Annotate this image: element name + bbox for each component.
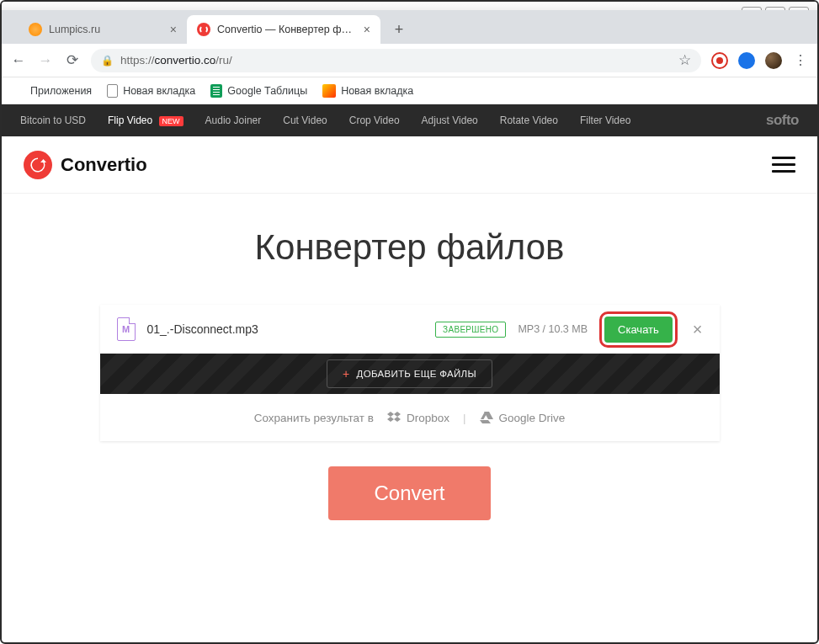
add-more-files-button[interactable]: + ДОБАВИТЬ ЕЩЕ ФАЙЛЫ: [327, 359, 492, 388]
sheets-icon: [210, 84, 222, 98]
nav-forward-icon[interactable]: →: [37, 52, 54, 69]
logo-text: Convertio: [61, 154, 147, 176]
bookmark-apps[interactable]: Приложения: [12, 84, 92, 98]
main-content: Конвертер файлов M 01_.-Disconnect.mp3 З…: [2, 194, 817, 546]
browser-tab-active[interactable]: Convertio — Конвертер файлов ×: [187, 15, 380, 44]
softo-link[interactable]: Filter Video: [580, 114, 630, 126]
browser-toolbar: ← → ⟳ 🔒 https://convertio.co/ru/ ☆ ⋮: [2, 44, 817, 77]
window-titlebar: [2, 2, 817, 10]
bookmark-label: Новая вкладка: [341, 85, 413, 97]
save-gdrive-button[interactable]: Google Drive: [480, 412, 566, 424]
add-more-label: ДОБАВИТЬ ЕЩЕ ФАЙЛЫ: [357, 369, 476, 379]
softo-link[interactable]: Bitcoin to USD: [20, 114, 86, 126]
bookmark-item[interactable]: Новая вкладка: [322, 84, 413, 98]
tab-title: Lumpics.ru: [49, 24, 163, 35]
download-highlight: Скачать: [599, 311, 678, 348]
status-badge: ЗАВЕРШЕНО: [435, 322, 506, 338]
add-more-row: + ДОБАВИТЬ ЕЩЕ ФАЙЛЫ: [100, 354, 720, 394]
browser-menu-icon[interactable]: ⋮: [792, 52, 809, 69]
convertio-logo-icon: [24, 151, 52, 179]
softo-link[interactable]: Audio Joiner: [205, 114, 262, 126]
lock-icon: 🔒: [101, 55, 114, 67]
tab-title: Convertio — Конвертер файлов: [217, 24, 357, 35]
softo-brand[interactable]: softo: [766, 112, 799, 129]
remove-file-icon[interactable]: ×: [693, 320, 703, 339]
page-icon: [107, 84, 118, 98]
extension-icon[interactable]: [711, 52, 728, 69]
profile-avatar[interactable]: [765, 52, 782, 69]
tab-close-icon[interactable]: ×: [364, 23, 370, 36]
softo-link[interactable]: Crop Video: [349, 114, 400, 126]
browser-tab-inactive[interactable]: Lumpics.ru ×: [19, 15, 187, 44]
apps-grid-icon: [12, 84, 25, 98]
new-tab-button[interactable]: +: [387, 18, 411, 41]
plus-icon: +: [343, 367, 349, 381]
softo-linkbar: Bitcoin to USD Flip Video NEW Audio Join…: [2, 104, 817, 136]
file-card: M 01_.-Disconnect.mp3 ЗАВЕРШЕНО MP3 / 10…: [100, 305, 720, 441]
google-drive-icon: [480, 412, 493, 423]
favicon-convertio-icon: [197, 23, 210, 36]
favicon-lumpics-icon: [29, 23, 42, 36]
address-bar[interactable]: 🔒 https://convertio.co/ru/ ☆: [91, 49, 701, 72]
convert-button[interactable]: Convert: [328, 466, 490, 520]
softo-link[interactable]: Flip Video NEW: [108, 114, 183, 126]
file-row: M 01_.-Disconnect.mp3 ЗАВЕРШЕНО MP3 / 10…: [100, 305, 720, 354]
site-logo[interactable]: Convertio: [24, 151, 147, 179]
dropbox-icon: [387, 412, 401, 423]
bookmark-label: Новая вкладка: [123, 85, 195, 97]
bookmark-star-icon[interactable]: ☆: [678, 51, 691, 69]
separator: |: [463, 412, 466, 424]
bookmark-item[interactable]: Google Таблицы: [210, 84, 307, 98]
save-dropbox-button[interactable]: Dropbox: [387, 412, 449, 424]
bookmark-label: Приложения: [30, 85, 92, 97]
site-header: Convertio: [2, 136, 817, 194]
softo-link[interactable]: Adjust Video: [422, 114, 478, 126]
bookmark-item[interactable]: Новая вкладка: [107, 84, 195, 98]
file-name: 01_.-Disconnect.mp3: [147, 322, 258, 336]
nav-reload-icon[interactable]: ⟳: [64, 51, 81, 69]
softo-link[interactable]: Cut Video: [283, 114, 327, 126]
softo-link[interactable]: Rotate Video: [500, 114, 558, 126]
browser-tabstrip: Lumpics.ru × Convertio — Конвертер файло…: [2, 10, 817, 44]
download-button[interactable]: Скачать: [604, 317, 673, 343]
bookmarks-bar: Приложения Новая вкладка Google Таблицы …: [2, 77, 817, 104]
nav-back-icon[interactable]: ←: [10, 52, 27, 69]
save-destination-row: Сохранить результат в Dropbox | Google D…: [100, 394, 720, 441]
extension-globe-icon[interactable]: [738, 52, 755, 69]
tab-close-icon[interactable]: ×: [170, 23, 177, 36]
menu-hamburger-icon[interactable]: [772, 157, 795, 173]
yandex-icon: [322, 84, 336, 98]
page-title: Конвертер файлов: [2, 227, 817, 268]
bookmark-label: Google Таблицы: [227, 85, 307, 97]
new-badge: NEW: [159, 116, 183, 126]
save-prefix: Сохранить результат в: [254, 412, 374, 424]
file-meta: MP3 / 10.3 MB: [518, 323, 588, 335]
url-text: https://convertio.co/ru/: [120, 54, 232, 67]
file-type-icon: M: [117, 317, 136, 341]
